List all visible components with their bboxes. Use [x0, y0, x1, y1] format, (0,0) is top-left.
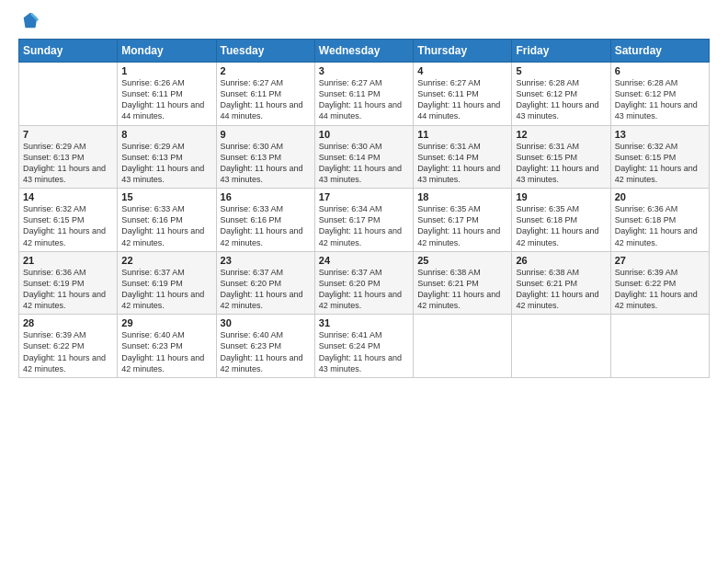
day-cell: 21Sunrise: 6:36 AMSunset: 6:19 PMDayligh… — [19, 251, 118, 315]
day-cell: 8Sunrise: 6:29 AMSunset: 6:13 PMDaylight… — [118, 125, 216, 189]
day-cell: 1Sunrise: 6:26 AMSunset: 6:11 PMDaylight… — [118, 63, 216, 126]
day-cell: 26Sunrise: 6:38 AMSunset: 6:21 PMDayligh… — [512, 251, 610, 315]
day-cell: 10Sunrise: 6:30 AMSunset: 6:14 PMDayligh… — [314, 125, 413, 189]
day-info: Sunrise: 6:41 AMSunset: 6:24 PMDaylight:… — [319, 329, 409, 374]
day-number: 18 — [417, 191, 507, 202]
day-cell: 28Sunrise: 6:39 AMSunset: 6:22 PMDayligh… — [19, 315, 118, 378]
logo — [18, 17, 40, 31]
day-number: 6 — [615, 65, 705, 76]
day-number: 27 — [615, 255, 705, 266]
day-number: 9 — [221, 129, 311, 140]
day-number: 31 — [319, 317, 409, 328]
day-cell: 14Sunrise: 6:32 AMSunset: 6:15 PMDayligh… — [19, 189, 118, 252]
day-number: 25 — [417, 255, 507, 266]
day-info: Sunrise: 6:38 AMSunset: 6:21 PMDaylight:… — [417, 267, 507, 312]
day-cell: 16Sunrise: 6:33 AMSunset: 6:16 PMDayligh… — [216, 189, 314, 252]
weekday-header-wednesday: Wednesday — [314, 40, 413, 63]
day-info: Sunrise: 6:32 AMSunset: 6:15 PMDaylight:… — [23, 203, 113, 248]
week-row-5: 28Sunrise: 6:39 AMSunset: 6:22 PMDayligh… — [19, 315, 710, 378]
calendar: SundayMondayTuesdayWednesdayThursdayFrid… — [18, 39, 710, 378]
day-number: 15 — [121, 191, 211, 202]
day-number: 10 — [319, 129, 409, 140]
day-info: Sunrise: 6:37 AMSunset: 6:20 PMDaylight:… — [319, 267, 409, 312]
weekday-header-sunday: Sunday — [19, 40, 118, 63]
day-number: 3 — [319, 65, 409, 76]
day-cell: 22Sunrise: 6:37 AMSunset: 6:19 PMDayligh… — [118, 251, 216, 315]
day-info: Sunrise: 6:40 AMSunset: 6:23 PMDaylight:… — [221, 329, 311, 374]
day-cell: 17Sunrise: 6:34 AMSunset: 6:17 PMDayligh… — [314, 189, 413, 252]
day-number: 21 — [23, 255, 113, 266]
day-number: 24 — [319, 255, 409, 266]
day-number: 22 — [121, 255, 211, 266]
day-number: 14 — [23, 191, 113, 202]
header — [18, 17, 710, 31]
day-cell: 7Sunrise: 6:29 AMSunset: 6:13 PMDaylight… — [19, 125, 118, 189]
day-number: 12 — [516, 129, 606, 140]
day-number: 20 — [615, 191, 705, 202]
day-cell: 20Sunrise: 6:36 AMSunset: 6:18 PMDayligh… — [610, 189, 709, 252]
logo-icon — [20, 11, 40, 31]
day-number: 16 — [221, 191, 311, 202]
day-info: Sunrise: 6:29 AMSunset: 6:13 PMDaylight:… — [121, 141, 211, 186]
day-info: Sunrise: 6:38 AMSunset: 6:21 PMDaylight:… — [516, 267, 606, 312]
week-row-3: 14Sunrise: 6:32 AMSunset: 6:15 PMDayligh… — [19, 189, 710, 252]
day-info: Sunrise: 6:40 AMSunset: 6:23 PMDaylight:… — [121, 329, 211, 374]
weekday-header-row: SundayMondayTuesdayWednesdayThursdayFrid… — [19, 40, 710, 63]
week-row-2: 7Sunrise: 6:29 AMSunset: 6:13 PMDaylight… — [19, 125, 710, 189]
day-number: 29 — [121, 317, 211, 328]
day-info: Sunrise: 6:32 AMSunset: 6:15 PMDaylight:… — [615, 141, 705, 186]
day-info: Sunrise: 6:33 AMSunset: 6:16 PMDaylight:… — [221, 203, 311, 248]
week-row-1: 1Sunrise: 6:26 AMSunset: 6:11 PMDaylight… — [19, 63, 710, 126]
day-number: 11 — [417, 129, 507, 140]
day-cell: 13Sunrise: 6:32 AMSunset: 6:15 PMDayligh… — [610, 125, 709, 189]
weekday-header-monday: Monday — [118, 40, 216, 63]
day-info: Sunrise: 6:28 AMSunset: 6:12 PMDaylight:… — [516, 77, 606, 122]
day-info: Sunrise: 6:30 AMSunset: 6:14 PMDaylight:… — [319, 141, 409, 186]
day-cell: 6Sunrise: 6:28 AMSunset: 6:12 PMDaylight… — [610, 63, 709, 126]
day-number: 19 — [516, 191, 606, 202]
day-cell: 2Sunrise: 6:27 AMSunset: 6:11 PMDaylight… — [216, 63, 314, 126]
day-cell: 29Sunrise: 6:40 AMSunset: 6:23 PMDayligh… — [118, 315, 216, 378]
day-cell: 3Sunrise: 6:27 AMSunset: 6:11 PMDaylight… — [314, 63, 413, 126]
day-number: 28 — [23, 317, 113, 328]
weekday-header-thursday: Thursday — [414, 40, 512, 63]
day-info: Sunrise: 6:34 AMSunset: 6:17 PMDaylight:… — [319, 203, 409, 248]
day-cell: 9Sunrise: 6:30 AMSunset: 6:13 PMDaylight… — [216, 125, 314, 189]
day-info: Sunrise: 6:27 AMSunset: 6:11 PMDaylight:… — [221, 77, 311, 122]
day-info: Sunrise: 6:28 AMSunset: 6:12 PMDaylight:… — [615, 77, 705, 122]
day-info: Sunrise: 6:29 AMSunset: 6:13 PMDaylight:… — [23, 141, 113, 186]
day-info: Sunrise: 6:36 AMSunset: 6:19 PMDaylight:… — [23, 267, 113, 312]
day-cell: 18Sunrise: 6:35 AMSunset: 6:17 PMDayligh… — [414, 189, 512, 252]
day-cell: 24Sunrise: 6:37 AMSunset: 6:20 PMDayligh… — [314, 251, 413, 315]
day-cell: 25Sunrise: 6:38 AMSunset: 6:21 PMDayligh… — [414, 251, 512, 315]
day-number: 17 — [319, 191, 409, 202]
page: SundayMondayTuesdayWednesdayThursdayFrid… — [0, 0, 728, 563]
week-row-4: 21Sunrise: 6:36 AMSunset: 6:19 PMDayligh… — [19, 251, 710, 315]
day-info: Sunrise: 6:27 AMSunset: 6:11 PMDaylight:… — [319, 77, 409, 122]
day-cell: 15Sunrise: 6:33 AMSunset: 6:16 PMDayligh… — [118, 189, 216, 252]
day-cell: 11Sunrise: 6:31 AMSunset: 6:14 PMDayligh… — [414, 125, 512, 189]
day-cell: 31Sunrise: 6:41 AMSunset: 6:24 PMDayligh… — [314, 315, 413, 378]
day-info: Sunrise: 6:39 AMSunset: 6:22 PMDaylight:… — [23, 329, 113, 374]
day-number: 8 — [121, 129, 211, 140]
day-number: 5 — [516, 65, 606, 76]
day-number: 7 — [23, 129, 113, 140]
day-cell: 4Sunrise: 6:27 AMSunset: 6:11 PMDaylight… — [414, 63, 512, 126]
day-number: 30 — [221, 317, 311, 328]
day-cell — [414, 315, 512, 378]
day-cell — [610, 315, 709, 378]
day-info: Sunrise: 6:35 AMSunset: 6:17 PMDaylight:… — [417, 203, 507, 248]
day-number: 13 — [615, 129, 705, 140]
day-info: Sunrise: 6:36 AMSunset: 6:18 PMDaylight:… — [615, 203, 705, 248]
day-info: Sunrise: 6:30 AMSunset: 6:13 PMDaylight:… — [221, 141, 311, 186]
day-info: Sunrise: 6:37 AMSunset: 6:20 PMDaylight:… — [221, 267, 311, 312]
day-number: 26 — [516, 255, 606, 266]
day-cell: 30Sunrise: 6:40 AMSunset: 6:23 PMDayligh… — [216, 315, 314, 378]
day-cell: 19Sunrise: 6:35 AMSunset: 6:18 PMDayligh… — [512, 189, 610, 252]
day-cell — [512, 315, 610, 378]
day-cell: 27Sunrise: 6:39 AMSunset: 6:22 PMDayligh… — [610, 251, 709, 315]
day-info: Sunrise: 6:37 AMSunset: 6:19 PMDaylight:… — [121, 267, 211, 312]
day-cell — [19, 63, 118, 126]
day-cell: 23Sunrise: 6:37 AMSunset: 6:20 PMDayligh… — [216, 251, 314, 315]
day-cell: 5Sunrise: 6:28 AMSunset: 6:12 PMDaylight… — [512, 63, 610, 126]
